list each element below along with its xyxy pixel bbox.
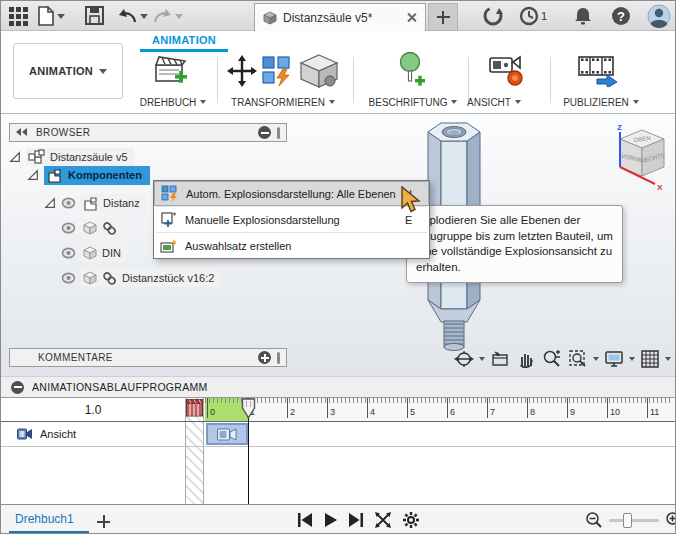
menu-item-manual-explode[interactable]: Manuelle Explosionsdarstellung E — [154, 207, 429, 232]
redo-caret-icon[interactable] — [175, 14, 183, 19]
zoom-in-icon[interactable] — [665, 511, 676, 529]
zoom-icon[interactable] — [541, 348, 563, 370]
transform-explode-icon[interactable] — [261, 55, 293, 87]
menu-item-auto-explode[interactable]: Autom. Explosionsdarstellung: Alle Ebene… — [154, 181, 429, 206]
save-icon[interactable] — [85, 6, 104, 25]
expand-triangle-icon[interactable] — [44, 197, 56, 209]
ruler-tick — [607, 398, 608, 418]
tree-row-root[interactable]: Distanzsäule v5 — [9, 148, 134, 166]
comments-scrollbar[interactable] — [277, 352, 280, 364]
zoom-out-icon[interactable] — [585, 511, 603, 529]
look-at-icon[interactable] — [489, 348, 511, 370]
timeline-zoom-slider[interactable] — [609, 519, 659, 522]
timeline-zoom-slider-handle[interactable] — [623, 513, 632, 528]
eye-icon[interactable] — [61, 222, 76, 234]
display-settings-caret-icon[interactable] — [629, 357, 635, 361]
timeline-panel-title: ANIMATIONSABLAUFPROGRAMM — [32, 381, 208, 393]
tree-row-component-1[interactable]: Distanz — [44, 194, 146, 212]
timeline-playhead[interactable] — [241, 398, 256, 419]
expand-triangle-icon[interactable] — [9, 151, 21, 163]
selected-tree-item[interactable]: Komponenten — [44, 166, 150, 185]
tree-row-komponenten[interactable]: Komponenten — [27, 166, 150, 184]
workspace-selector-button[interactable]: ANIMATION — [13, 43, 123, 99]
group-ansicht[interactable]: ANSICHT — [449, 95, 539, 109]
grid-settings-icon[interactable] — [639, 348, 661, 370]
fusion-window: Distanzsäule v5* 1 ? — [0, 0, 676, 534]
new-file-caret-icon[interactable] — [57, 14, 65, 19]
collapse-browser-icon[interactable] — [16, 127, 28, 138]
display-settings-icon[interactable] — [603, 348, 625, 370]
top-application-bar: Distanzsäule v5* 1 ? — [1, 1, 675, 31]
svg-text:?: ? — [617, 9, 625, 24]
annotation-pin-icon[interactable] — [397, 51, 427, 91]
step-forward-icon[interactable] — [348, 511, 364, 529]
publish-film-icon[interactable] — [577, 55, 621, 87]
fit-caret-icon[interactable] — [593, 357, 599, 361]
storyboard-clapper-icon[interactable] — [153, 53, 189, 91]
play-icon[interactable] — [323, 511, 338, 529]
notifications-bell-icon[interactable] — [574, 6, 592, 26]
fit-view-icon[interactable] — [374, 511, 392, 529]
browser-panel-header[interactable]: BROWSER — [9, 123, 287, 142]
new-file-icon[interactable] — [38, 6, 54, 26]
orbit-caret-icon[interactable] — [479, 357, 485, 361]
ribbon-tab-animation[interactable]: ANIMATION — [140, 34, 228, 46]
animation-timeline-header[interactable]: ANIMATIONSABLAUFPROGRAMM — [1, 376, 675, 398]
viewcube-x-axis-label: X — [657, 183, 663, 192]
camera-keyframe-block[interactable] — [206, 423, 248, 445]
viewcube-icon[interactable]: OBEN VORNE RECHTS Z X — [611, 122, 673, 192]
orbit-icon[interactable] — [453, 348, 475, 370]
help-icon[interactable]: ? — [611, 6, 631, 26]
transform-cube-icon[interactable] — [299, 53, 339, 89]
new-tab-button[interactable] — [428, 3, 458, 31]
tree-row-component-3[interactable]: DIN — [61, 244, 127, 262]
group-publizieren-label: PUBLIZIEREN — [563, 97, 629, 108]
eye-icon[interactable] — [61, 247, 76, 259]
group-transformieren[interactable]: TRANSFORMIEREN — [223, 95, 343, 109]
close-tab-icon[interactable] — [406, 12, 417, 23]
viewport-canvas[interactable]: OBEN VORNE RECHTS Z X BROWSER — [1, 114, 675, 376]
menu-item-label: Manuelle Explosionsdarstellung — [185, 214, 397, 226]
eye-icon[interactable] — [61, 272, 76, 284]
context-menu: Autom. Explosionsdarstellung: Alle Ebene… — [153, 180, 430, 259]
transform-move-icon[interactable] — [227, 55, 257, 87]
grid-settings-caret-icon[interactable] — [665, 357, 671, 361]
redo-icon[interactable] — [153, 8, 173, 24]
ruler-tick-label: 10 — [610, 407, 620, 417]
fit-icon[interactable] — [567, 348, 589, 370]
expand-triangle-icon[interactable] — [27, 169, 39, 181]
marker-clapper-icon[interactable] — [186, 399, 203, 417]
timeline-track-ansicht[interactable]: Ansicht — [1, 422, 76, 446]
ruler-tick-label: 7 — [490, 407, 495, 417]
cursor-arrow-icon — [399, 186, 423, 214]
app-grid-icon[interactable] — [9, 7, 28, 26]
browser-scrollbar[interactable] — [277, 127, 280, 139]
collapse-circle-icon[interactable] — [11, 381, 24, 394]
menu-item-selection-set[interactable]: Auswahlsatz erstellen — [154, 233, 429, 258]
storyboard-tab[interactable]: Drehbuch1 — [15, 512, 74, 526]
eye-icon[interactable] — [61, 197, 76, 209]
link-icon — [102, 271, 117, 286]
ruler-tick — [287, 398, 288, 418]
job-status-clock-icon[interactable] — [519, 6, 539, 26]
view-camera-icon[interactable] — [489, 54, 525, 88]
tree-row-component-2[interactable] — [61, 219, 128, 237]
timeline-row-divider — [1, 446, 675, 447]
collapse-circle-icon[interactable] — [258, 126, 271, 139]
group-publizieren[interactable]: PUBLIZIEREN — [541, 95, 661, 109]
pan-icon[interactable] — [515, 348, 537, 370]
extensions-icon[interactable] — [483, 6, 503, 26]
document-tab[interactable]: Distanzsäule v5* — [254, 3, 426, 31]
ribbon-toolbar: ANIMATION ANIMATION DREHBUCH — [1, 31, 675, 114]
group-drehbuch[interactable]: DREHBUCH — [113, 95, 233, 109]
undo-icon[interactable] — [117, 8, 137, 24]
comments-panel-header[interactable]: KOMMENTARE — [9, 348, 287, 367]
auto-explode-icon — [161, 185, 178, 202]
expand-circle-icon[interactable] — [258, 351, 271, 364]
avatar-icon[interactable] — [647, 4, 671, 28]
tree-row-component-4[interactable]: Distanzstück v16:2 — [61, 269, 220, 287]
playback-controls — [297, 511, 420, 529]
undo-caret-icon[interactable] — [140, 14, 148, 19]
step-back-icon[interactable] — [297, 511, 313, 529]
gear-icon[interactable] — [402, 511, 420, 529]
